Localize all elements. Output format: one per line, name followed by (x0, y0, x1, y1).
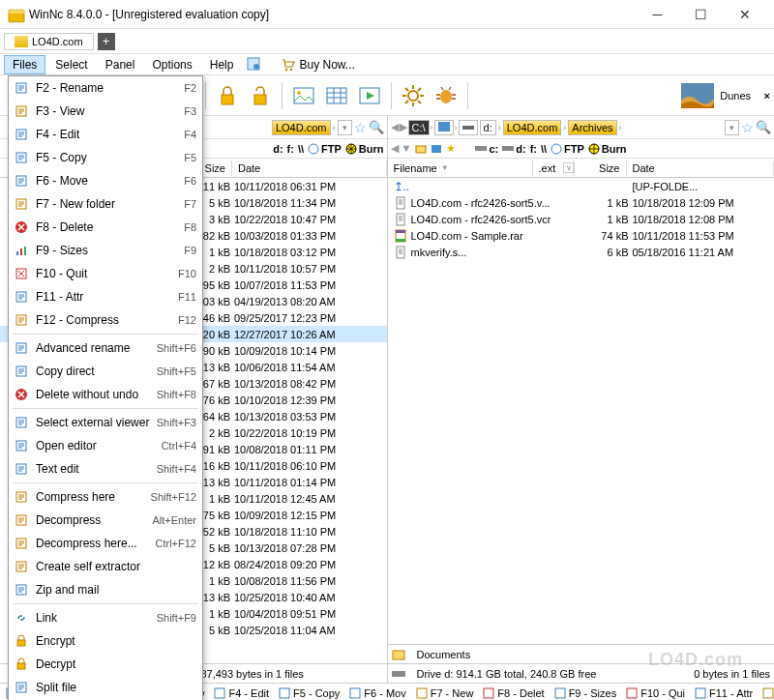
svg-rect-81 (17, 640, 25, 646)
menu-move[interactable]: F6 - MoveF6 (9, 169, 202, 192)
menu-selfextract[interactable]: Create self extractor (9, 555, 202, 578)
close-button[interactable]: ✕ (723, 0, 766, 29)
attr-icon (13, 288, 30, 306)
menu-copy[interactable]: F5 - CopyF5 (9, 146, 202, 169)
maximize-button[interactable]: ☐ (679, 0, 723, 29)
minimize-button[interactable]: ─ (636, 0, 679, 29)
path-seg-lo4d[interactable]: LO4D.com (272, 120, 331, 135)
file-icon (394, 196, 407, 210)
add-tab-button[interactable]: + (98, 33, 115, 50)
fkey-f12[interactable]: F12 - Cor (760, 687, 774, 699)
fkey-f6[interactable]: F6 - Mov (347, 687, 407, 699)
menu-help[interactable]: Help (202, 56, 242, 73)
col-date[interactable]: Date (232, 160, 387, 176)
menu-decompress[interactable]: DecompressAlt+Enter (9, 509, 202, 532)
gear-icon[interactable] (400, 82, 427, 109)
menu-rename[interactable]: F2 - RenameF2 (9, 76, 202, 100)
menu-view[interactable]: F3 - ViewF3 (9, 100, 202, 123)
menu-compresshere[interactable]: Compress hereShift+F12 (9, 485, 202, 509)
menu-selextview[interactable]: Select external viewerShift+F3 (9, 411, 202, 434)
table-row[interactable]: LO4D.com - Sample.rar74 kB10/11/2018 11:… (388, 227, 775, 244)
fkey-f10[interactable]: F10 - Qui (624, 687, 687, 699)
drive-ftp[interactable]: FTP (308, 143, 342, 155)
drive-f[interactable]: f: (287, 143, 294, 155)
fkey-f11[interactable]: F11 - Attr (693, 687, 755, 699)
menu-quit[interactable]: F10 - QuitF10 (9, 262, 202, 285)
drive-net[interactable]: \\ (298, 143, 304, 155)
history-icon[interactable] (415, 143, 427, 155)
menu-compress[interactable]: F12 - CompressF12 (9, 308, 202, 332)
buy-now-button[interactable]: Buy Now... (282, 58, 354, 72)
menu-decompresshere[interactable]: Decompress here...Ctrl+F12 (9, 532, 202, 555)
menu-decrypt[interactable]: Decrypt (9, 653, 202, 676)
move-icon (13, 172, 30, 190)
folder-tab[interactable]: LO4D.com (4, 33, 94, 50)
watermark: LO4D.com (623, 642, 768, 677)
col-date[interactable]: Date (627, 160, 775, 176)
path-seg-d[interactable]: d: (480, 120, 496, 135)
menu-options[interactable]: Options (144, 56, 199, 73)
col-filename[interactable]: Filename▼ (388, 160, 533, 176)
root-seg-icon[interactable]: C:\ (408, 120, 430, 135)
fkey-f8[interactable]: F8 - Delet (481, 687, 546, 699)
drive-d[interactable]: d: (273, 143, 283, 155)
menu-extra-icon[interactable] (247, 57, 260, 73)
path-seg-archives[interactable]: Archives (568, 120, 616, 135)
menu-link[interactable]: LinkShift+F9 (9, 606, 202, 629)
nav-up-icon[interactable]: ◀ ▼ (391, 142, 412, 155)
fkey-f5[interactable]: F5 - Copy (277, 687, 342, 699)
theme-dunes[interactable]: Dunes (681, 83, 751, 108)
nav-fwd-icon[interactable]: ▶ (400, 121, 407, 133)
menu-zipmail[interactable]: Zip and mail (9, 578, 202, 601)
right-column-header: Filename▼ .ext∨ Size Date (388, 159, 775, 178)
lock-open-icon[interactable] (247, 82, 274, 109)
right-file-list[interactable]: ↥..[UP-FOLDE...LO4D.com - rfc2426-sort5.… (388, 178, 775, 644)
fkey-f9[interactable]: F9 - Sizes (552, 687, 619, 699)
menu-copydirect[interactable]: Copy directShift+F5 (9, 360, 202, 383)
svg-point-27 (309, 144, 318, 154)
lock-closed-icon[interactable] (214, 82, 241, 109)
col-ext[interactable]: .ext∨ (533, 160, 574, 176)
bug-icon[interactable] (432, 82, 460, 109)
drive-seg-icon[interactable] (434, 120, 454, 135)
menu-attr[interactable]: F11 - AttrF11 (9, 285, 202, 308)
toolbar-close-icon[interactable]: × (764, 90, 770, 102)
svg-rect-49 (280, 688, 289, 698)
menu-openeditor[interactable]: Open editorCtrl+F4 (9, 434, 202, 457)
menu-advrename[interactable]: Advanced renameShift+F6 (9, 336, 202, 360)
table-icon[interactable] (323, 82, 350, 109)
drive-burn[interactable]: Burn (345, 143, 384, 155)
folder-tab-label: LO4D.com (32, 36, 83, 47)
menu-splitfile[interactable]: Split file (9, 676, 202, 699)
svg-rect-51 (417, 688, 427, 698)
menu-panel[interactable]: Panel (98, 56, 143, 73)
col-size[interactable]: Size (574, 160, 627, 176)
disk-seg-icon[interactable] (459, 120, 478, 135)
rename-icon (13, 79, 30, 97)
table-row[interactable]: LO4D.com - rfc2426-sort5.vcr1 kB10/18/20… (388, 211, 775, 227)
search-icon[interactable]: 🔍 (756, 120, 771, 134)
fkey-f4[interactable]: F4 - Edit (212, 687, 271, 699)
menu-edit[interactable]: F4 - EditF4 (9, 123, 202, 146)
menu-delete[interactable]: Delete without undoShift+F8 (9, 383, 202, 406)
svg-rect-41 (396, 239, 405, 242)
path-seg-lo4d[interactable]: LO4D.com (503, 120, 562, 135)
menu-encrypt[interactable]: Encrypt (9, 629, 202, 653)
image-icon[interactable] (290, 82, 317, 109)
menu-select[interactable]: Select (47, 56, 95, 73)
favorite-icon[interactable]: ☆ (354, 120, 367, 135)
menu-sizes[interactable]: F9 - SizesF9 (9, 239, 202, 262)
table-row[interactable]: LO4D.com - rfc2426-sort5.v...1 kB10/18/2… (388, 194, 775, 211)
play-icon[interactable] (356, 82, 383, 109)
search-icon[interactable]: 🔍 (369, 120, 384, 134)
favorite-icon[interactable]: ★ (446, 142, 456, 155)
up-folder-row[interactable]: ↥..[UP-FOLDE... (388, 178, 775, 194)
table-row[interactable]: mkverify.s...6 kB05/18/2016 11:21 AM (388, 244, 775, 260)
menu-files[interactable]: Files (4, 55, 45, 74)
favorite-icon[interactable]: ☆ (741, 120, 754, 135)
fkey-f7[interactable]: F7 - New (414, 687, 476, 699)
menu-delete[interactable]: F8 - DeleteF8 (9, 216, 202, 239)
menu-textedit[interactable]: Text editShift+F4 (9, 457, 202, 481)
nav-back-icon[interactable]: ◀ (391, 121, 399, 133)
menu-newfolder[interactable]: F7 - New folderF7 (9, 192, 202, 216)
